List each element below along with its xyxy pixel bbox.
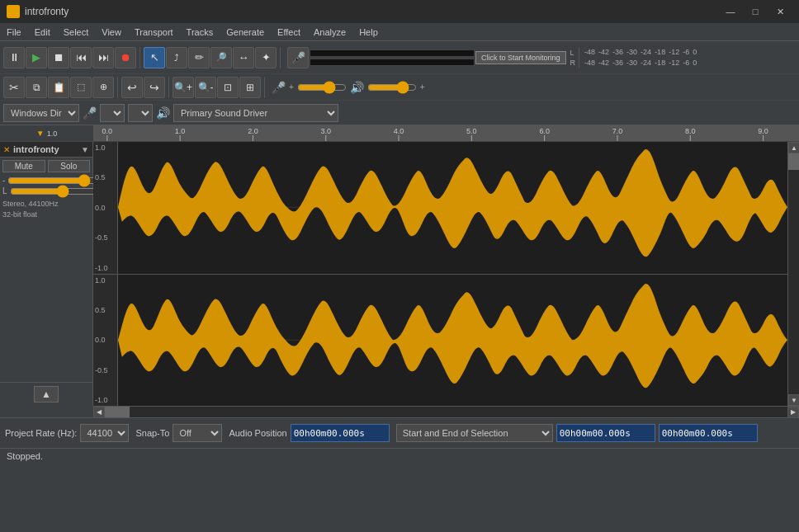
transport-group: ⏸ ▶ ⏹ ⏮ ⏭ ⏺ [3,47,140,68]
scale-neg-1-0: -1.0 [95,264,116,272]
speaker-device-icon: 🔊 [156,106,170,120]
db-label: 0 [693,48,697,56]
menu-effect[interactable]: Effect [271,26,307,39]
host-select[interactable]: Windows Dir [3,104,79,122]
redo-button[interactable]: ↪ [144,77,165,98]
track-menu-icon[interactable]: ▼ [81,145,89,154]
menu-analyze[interactable]: Analyze [307,26,352,39]
svg-text:0.0: 0.0 [102,127,113,135]
snap-to-select[interactable]: Off [173,424,222,442]
svg-text:4.0: 4.0 [394,127,404,135]
track-collapse-icon[interactable]: ✕ [3,145,10,154]
zoom-out-button[interactable]: 🔍- [195,77,216,98]
next-button[interactable]: ⏭ [92,47,114,68]
ruler-position: 1.0 [47,129,58,138]
menu-edit[interactable]: Edit [28,26,57,39]
pan-row: L R [0,186,92,196]
copy-button[interactable]: ⧉ [26,77,47,98]
play-button[interactable]: ▶ [26,47,47,68]
waveform-scale-bottom: 1.0 0.5 0.0 -0.5 -1.0 [93,275,118,407]
waveform-top: 1.0 0.5 0.0 -0.5 -1.0 [93,142,787,275]
db-label: 0 [693,59,697,67]
scroll-thumb[interactable] [788,153,799,170]
multi-tool-button[interactable]: ✦ [255,47,277,68]
project-rate-select[interactable]: 44100 [80,424,129,442]
mic-button[interactable]: 🎤 [287,47,309,68]
start-monitoring-button[interactable]: Click to Start Monitoring [475,51,566,64]
zoom-tool-button[interactable]: 🔎 [210,47,232,68]
zoom-sel-button[interactable]: ⊡ [217,77,239,98]
selection-start-input[interactable] [556,424,655,442]
mic-group: 🎤 Click to Start Monitoring L R [284,47,579,68]
menu-file[interactable]: File [0,26,28,39]
scroll-left-button[interactable]: ◀ [93,407,105,418]
record-button[interactable]: ⏺ [115,47,136,68]
track-expand-button[interactable]: ▲ [34,386,59,403]
vol-minus: + [289,82,294,92]
track-name: introfronty [13,144,81,154]
tools-group: ↖ ⤴ ✏ 🔎 ↔ ✦ [144,47,281,68]
ruler-svg: 0.0 1.0 2.0 3.0 4.0 5.0 6.0 7.0 8.0 9.0 [93,125,787,141]
input-channels-select[interactable] [128,104,153,122]
select-tool-button[interactable]: ↖ [144,47,165,68]
input-volume-slider[interactable] [297,84,347,91]
menu-select[interactable]: Select [57,26,96,39]
vu-right-label1: L [570,49,576,57]
pause-button[interactable]: ⏸ [3,47,25,68]
draw-tool-button[interactable]: ✏ [188,47,210,68]
input-device-select[interactable] [100,104,125,122]
db-label: -36 [612,59,623,67]
menu-help[interactable]: Help [352,26,385,39]
timeshift-tool-button[interactable]: ↔ [233,47,254,68]
selection-end-input[interactable] [659,424,758,442]
scroll-down-button[interactable]: ▼ [788,394,799,406]
scale2-neg-0-5: -0.5 [95,366,116,374]
h-scroll-track [105,407,787,417]
vertical-scrollbar: ▲ ▼ [787,142,799,406]
snap-to-group: Snap-To Off [135,424,222,442]
scroll-up-button[interactable]: ▲ [788,142,799,153]
vu-right-label2: R [570,59,576,67]
db-label: -30 [626,59,637,67]
stop-button[interactable]: ⏹ [48,47,69,68]
cut-button[interactable]: ✂ [3,77,25,98]
svg-text:9.0: 9.0 [758,127,768,135]
mic-device-icon: 🎤 [83,106,97,120]
paste-button[interactable]: 📋 [48,77,69,98]
menu-generate[interactable]: Generate [220,26,271,39]
close-button[interactable]: ✕ [768,0,792,23]
waveform-svg-top [118,142,787,274]
menu-view[interactable]: View [95,26,128,39]
menu-tracks[interactable]: Tracks [180,26,220,39]
solo-button[interactable]: Solo [48,160,91,172]
envelope-tool-button[interactable]: ⤴ [166,47,187,68]
zoom-in-button[interactable]: 🔍+ [173,77,194,98]
h-scroll-thumb[interactable] [105,407,130,417]
scale-0-0: 0.0 [95,204,116,212]
track-info: Stereo, 44100Hz 32-bit float [0,196,92,222]
trim-button[interactable]: ⬚ [70,77,92,98]
maximize-button[interactable]: □ [743,0,768,23]
vu-meter-l [310,49,475,57]
db-label: -42 [598,48,609,56]
mute-solo-row: Mute Solo [0,158,92,175]
audio-position-input[interactable] [291,424,390,442]
snap-to-label: Snap-To [135,428,169,438]
silence-button[interactable]: ⊕ [92,77,114,98]
mute-button[interactable]: Mute [2,160,45,172]
db-label: -48 [584,59,595,67]
scale-neg-0-5: -0.5 [95,233,116,242]
menu-transport[interactable]: Transport [128,26,180,39]
undo-button[interactable]: ↩ [121,77,143,98]
waveform-bottom: 1.0 0.5 0.0 -0.5 -1.0 [93,275,787,407]
status-text-row: Stopped. [0,448,799,464]
output-volume-slider[interactable] [367,84,417,91]
db-label: -6 [683,48,689,56]
zoom-fit-button[interactable]: ⊞ [239,77,261,98]
scroll-right-button[interactable]: ▶ [787,407,799,418]
minimize-button[interactable]: — [718,0,743,23]
prev-button[interactable]: ⏮ [70,47,92,68]
selection-mode-select[interactable]: Start and End of Selection Start and Len… [396,424,553,442]
output-device-select[interactable]: Primary Sound Driver [173,104,338,122]
menubar: File Edit Select View Transport Tracks G… [0,23,799,41]
